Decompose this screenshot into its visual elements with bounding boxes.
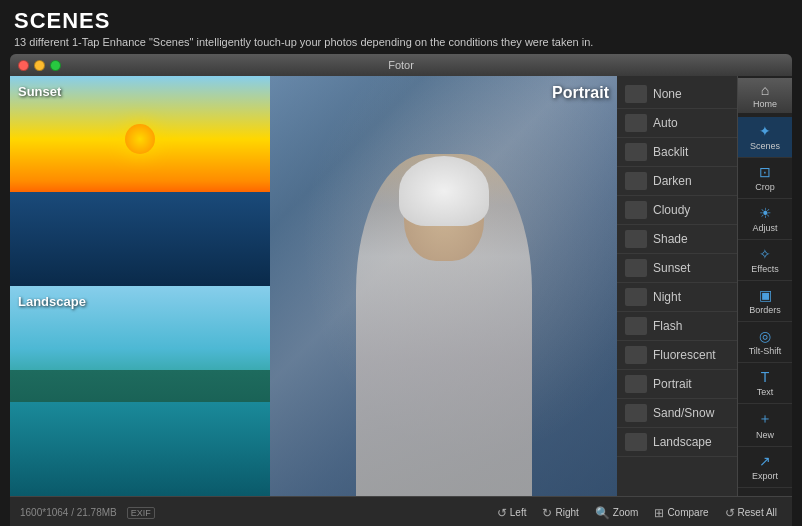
sunset-thumbnail[interactable]: Sunset [10, 76, 270, 286]
scene-icon-portrait [625, 375, 647, 393]
zoom-icon: 🔍 [595, 506, 610, 520]
minimize-button[interactable] [34, 60, 45, 71]
scenes-icon: ✦ [759, 123, 771, 139]
rotate-left-icon: ↺ [497, 506, 507, 520]
scene-item-darken[interactable]: Darken [617, 167, 737, 196]
photo-area: Sunset Landscape Port [10, 76, 617, 496]
new-icon: ＋ [758, 410, 772, 428]
compare-icon: ⊞ [654, 506, 664, 520]
scenes-label: Scenes [750, 141, 780, 151]
scene-label-auto: Auto [653, 116, 678, 130]
scene-item-flash[interactable]: Flash [617, 312, 737, 341]
scene-item-sunset[interactable]: Sunset [617, 254, 737, 283]
person-hat [399, 156, 489, 226]
right-label: Right [555, 507, 578, 518]
scene-item-fluorescent[interactable]: Fluorescent [617, 341, 737, 370]
reset-icon: ↺ [725, 506, 735, 520]
reset-label: Reset All [738, 507, 777, 518]
scenes-tool[interactable]: ✦ Scenes [738, 117, 792, 158]
rotate-left-button[interactable]: ↺ Left [492, 504, 532, 522]
file-info: 1600*1064 / 21.78MB [20, 507, 117, 518]
scene-label-cloudy: Cloudy [653, 203, 690, 217]
scene-item-backlit[interactable]: Backlit [617, 138, 737, 167]
rotate-right-button[interactable]: ↻ Right [537, 504, 583, 522]
rotate-right-icon: ↻ [542, 506, 552, 520]
scene-icon-sand_snow [625, 404, 647, 422]
person-body [356, 154, 532, 496]
scene-label-shade: Shade [653, 232, 688, 246]
effects-icon: ✧ [759, 246, 771, 262]
scene-label-darken: Darken [653, 174, 692, 188]
compare-button[interactable]: ⊞ Compare [649, 504, 713, 522]
scene-icon-auto [625, 114, 647, 132]
crop-label: Crop [755, 182, 775, 192]
portrait-figure [334, 116, 554, 496]
text-tool[interactable]: T Text [738, 363, 792, 404]
sunset-water [10, 192, 270, 287]
scene-item-landscape[interactable]: Landscape [617, 428, 737, 457]
export-label: Export [752, 471, 778, 481]
scene-icon-fluorescent [625, 346, 647, 364]
effects-tool[interactable]: ✧ Effects [738, 240, 792, 281]
landscape-thumbnail[interactable]: Landscape [10, 286, 270, 496]
top-banner: SCENES 13 different 1-Tap Enhance "Scene… [0, 0, 802, 54]
adjust-label: Adjust [752, 223, 777, 233]
scene-item-shade[interactable]: Shade [617, 225, 737, 254]
scene-label-night: Night [653, 290, 681, 304]
compare-label: Compare [667, 507, 708, 518]
home-label: Home [753, 99, 777, 109]
scene-label-backlit: Backlit [653, 145, 688, 159]
window-controls [18, 60, 61, 71]
maximize-button[interactable] [50, 60, 61, 71]
tilt-shift-tool[interactable]: ◎ Tilt-Shift [738, 322, 792, 363]
tilt-shift-label: Tilt-Shift [749, 346, 782, 356]
scene-item-auto[interactable]: Auto [617, 109, 737, 138]
exif-badge[interactable]: EXIF [127, 507, 155, 519]
new-label: New [756, 430, 774, 440]
window-title: Fotor [388, 59, 414, 71]
landscape-label: Landscape [18, 294, 86, 309]
scene-label-sunset: Sunset [653, 261, 690, 275]
home-icon: ⌂ [761, 82, 769, 98]
scene-label-landscape: Landscape [653, 435, 712, 449]
new-tool[interactable]: ＋ New [738, 404, 792, 447]
zoom-button[interactable]: 🔍 Zoom [590, 504, 644, 522]
scene-label-fluorescent: Fluorescent [653, 348, 716, 362]
scene-icon-landscape [625, 433, 647, 451]
scene-item-none[interactable]: None [617, 80, 737, 109]
adjust-tool[interactable]: ☀ Adjust [738, 199, 792, 240]
adjust-icon: ☀ [759, 205, 772, 221]
scene-icon-cloudy [625, 201, 647, 219]
scenes-list[interactable]: NoneAutoBacklitDarkenCloudyShadeSunsetNi… [617, 76, 737, 496]
scene-icon-darken [625, 172, 647, 190]
portrait-label: Portrait [552, 84, 609, 102]
scene-icon-backlit [625, 143, 647, 161]
borders-icon: ▣ [759, 287, 772, 303]
scene-icon-sunset [625, 259, 647, 277]
main-content: Sunset Landscape Port [10, 76, 792, 496]
effects-label: Effects [751, 264, 778, 274]
left-label: Left [510, 507, 527, 518]
banner-title: SCENES [14, 8, 788, 34]
scene-item-night[interactable]: Night [617, 283, 737, 312]
zoom-label: Zoom [613, 507, 639, 518]
scene-icon-none [625, 85, 647, 103]
reset-button[interactable]: ↺ Reset All [720, 504, 782, 522]
scene-icon-flash [625, 317, 647, 335]
scene-item-cloudy[interactable]: Cloudy [617, 196, 737, 225]
export-tool[interactable]: ↗ Export [738, 447, 792, 488]
scene-icon-shade [625, 230, 647, 248]
tilt-shift-icon: ◎ [759, 328, 771, 344]
scene-item-portrait[interactable]: Portrait [617, 370, 737, 399]
landscape-water [10, 402, 270, 497]
scenes-panel: NoneAutoBacklitDarkenCloudyShadeSunsetNi… [617, 76, 737, 496]
close-button[interactable] [18, 60, 29, 71]
crop-tool[interactable]: ⊡ Crop [738, 158, 792, 199]
text-icon: T [761, 369, 770, 385]
right-toolbar: ⌂ Home ✦ Scenes ⊡ Crop ☀ Adjust ✧ Effect… [737, 76, 792, 496]
scene-label-none: None [653, 87, 682, 101]
borders-tool[interactable]: ▣ Borders [738, 281, 792, 322]
scene-item-sand_snow[interactable]: Sand/Snow [617, 399, 737, 428]
app-window: Fotor Sunset Landscape [10, 54, 792, 526]
home-button[interactable]: ⌂ Home [738, 78, 792, 113]
